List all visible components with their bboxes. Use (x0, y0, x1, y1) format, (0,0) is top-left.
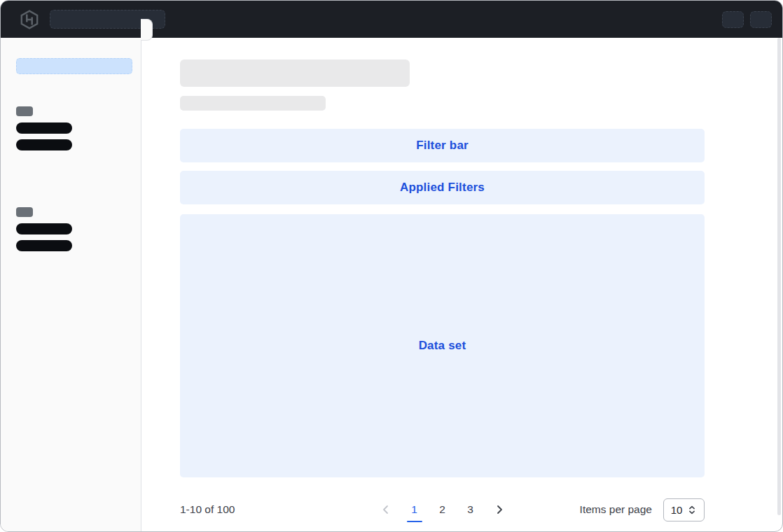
items-per-page-value: 10 (671, 504, 683, 516)
hashicorp-logo-icon (20, 9, 39, 30)
topbar-action-placeholder-2[interactable] (750, 11, 772, 28)
sidebar (1, 38, 141, 531)
items-per-page-label: Items per page (580, 503, 652, 516)
page-button-2[interactable]: 2 (435, 502, 450, 517)
sidebar-nav-placeholder-3[interactable] (16, 223, 72, 234)
top-nav-bar (1, 1, 782, 38)
page-button-1[interactable]: 1 (407, 502, 422, 517)
filter-bar-label: Filter bar (416, 139, 469, 153)
pager: 1 2 3 (377, 501, 508, 518)
select-caret-icon (687, 505, 697, 515)
items-per-page-select[interactable]: 10 (663, 498, 705, 522)
vertical-scrollbar[interactable] (777, 38, 781, 515)
pagination-bar: 1-10 of 100 1 2 3 Items per page 10 (180, 493, 705, 526)
sidebar-nav-placeholder-2[interactable] (16, 139, 72, 150)
sidebar-nav-placeholder-4[interactable] (16, 240, 72, 251)
topbar-action-placeholder-1[interactable] (722, 11, 744, 28)
filter-bar-region[interactable]: Filter bar (180, 129, 705, 162)
sidebar-nav-placeholder-1[interactable] (16, 122, 72, 134)
topbar-actions (722, 11, 772, 28)
page-title-placeholder (180, 59, 410, 87)
sidebar-section-label-placeholder-2 (16, 207, 33, 217)
items-per-page-group: Items per page 10 (580, 498, 705, 522)
app-window: Filter bar Applied Filters Data set 1-10… (0, 0, 783, 532)
sidebar-collapse-handle[interactable] (141, 19, 153, 41)
data-set-label: Data set (419, 339, 466, 353)
chevron-left-icon[interactable] (377, 501, 394, 518)
pagination-range-text: 1-10 of 100 (180, 503, 235, 516)
sidebar-section-label-placeholder-1 (16, 106, 33, 116)
applied-filters-region[interactable]: Applied Filters (180, 171, 705, 204)
applied-filters-label: Applied Filters (400, 181, 485, 195)
page-subtitle-placeholder (180, 96, 326, 111)
data-set-region: Data set (180, 214, 705, 477)
chevron-right-icon[interactable] (491, 501, 508, 518)
page-button-3[interactable]: 3 (463, 502, 478, 517)
sidebar-active-nav-placeholder[interactable] (16, 58, 132, 74)
